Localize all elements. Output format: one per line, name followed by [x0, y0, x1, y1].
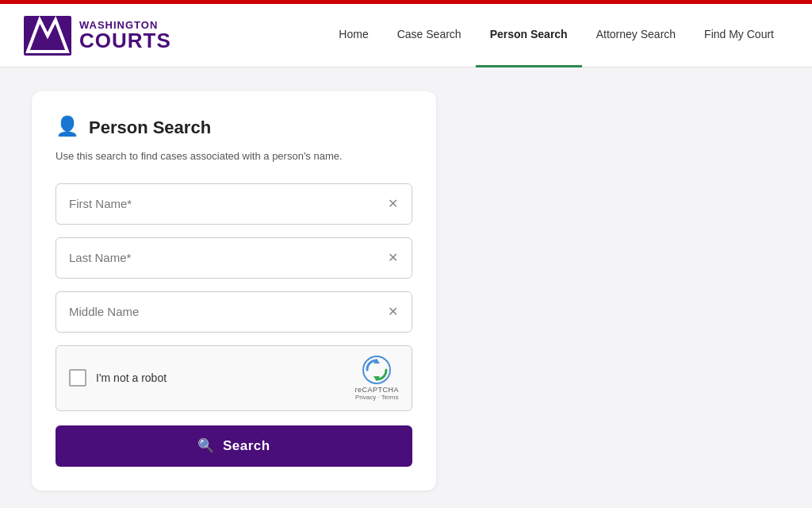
middle-name-input[interactable] [56, 291, 412, 333]
captcha-right: reCAPTCHA Privacy · Terms [354, 356, 399, 401]
right-panel [460, 91, 780, 491]
nav-find-court[interactable]: Find My Court [690, 4, 788, 67]
first-name-clear-button[interactable]: ✕ [385, 196, 401, 212]
middle-name-clear-button[interactable]: ✕ [385, 304, 401, 320]
recaptcha-logo [362, 356, 391, 384]
logo-icon [24, 16, 71, 56]
header: WASHINGTON COURTS Home Case Search Perso… [0, 4, 812, 67]
last-name-clear-button[interactable]: ✕ [385, 250, 401, 266]
search-button[interactable]: 🔍 Search [56, 425, 412, 467]
nav: Home Case Search Person Search Attorney … [324, 4, 788, 67]
nav-attorney-search[interactable]: Attorney Search [582, 4, 690, 67]
captcha-box: I'm not a robot reCAPTCHA Privacy · Term… [56, 345, 412, 411]
middle-name-group: ✕ [56, 291, 412, 333]
person-icon: 👤 [56, 115, 81, 140]
captcha-left: I'm not a robot [69, 369, 167, 387]
card-title: Person Search [89, 117, 211, 138]
nav-case-search[interactable]: Case Search [383, 4, 476, 67]
captcha-checkbox[interactable] [69, 369, 86, 387]
search-card: 👤 Person Search Use this search to find … [32, 91, 436, 491]
logo-text: WASHINGTON COURTS [79, 20, 171, 51]
first-name-input[interactable] [56, 183, 412, 225]
last-name-group: ✕ [56, 237, 412, 279]
first-name-group: ✕ [56, 183, 412, 225]
logo-courts: COURTS [79, 30, 171, 51]
card-subtitle: Use this search to find cases associated… [56, 148, 412, 164]
search-button-icon: 🔍 [197, 437, 215, 454]
nav-person-search[interactable]: Person Search [476, 4, 582, 67]
card-title-row: 👤 Person Search [56, 115, 412, 140]
logo-area: WASHINGTON COURTS [24, 16, 171, 56]
last-name-input[interactable] [56, 237, 412, 279]
main-content: 👤 Person Search Use this search to find … [0, 67, 812, 508]
search-button-label: Search [223, 438, 270, 454]
captcha-brand-label: reCAPTCHA [354, 386, 399, 394]
nav-home[interactable]: Home [324, 4, 382, 67]
captcha-label: I'm not a robot [96, 371, 167, 384]
captcha-links: Privacy · Terms [355, 394, 399, 401]
